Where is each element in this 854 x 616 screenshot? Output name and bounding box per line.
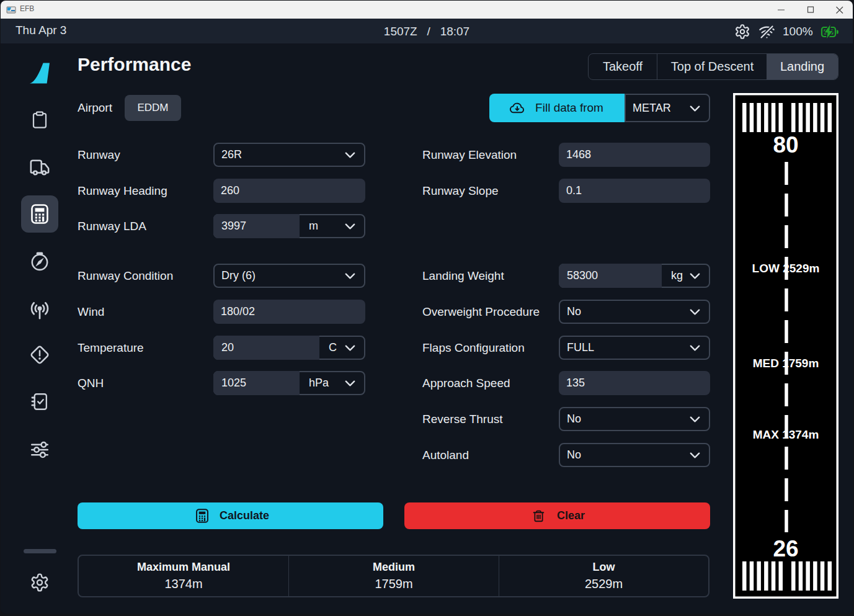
svg-text:LOW 2529m: LOW 2529m [752, 262, 820, 275]
svg-text:MAX 1374m: MAX 1374m [753, 428, 819, 441]
svg-text:MED 1759m: MED 1759m [753, 357, 819, 370]
svg-text:26: 26 [773, 536, 798, 561]
svg-text:80: 80 [773, 132, 798, 158]
